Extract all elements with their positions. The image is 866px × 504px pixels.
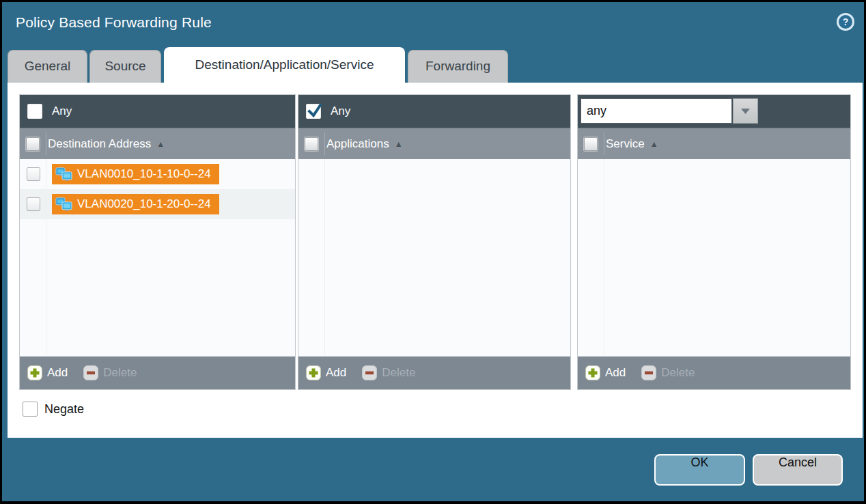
- destination-address-column-label[interactable]: Destination Address: [48, 137, 151, 151]
- help-icon[interactable]: ?: [836, 12, 855, 31]
- list-column-separator: [604, 159, 604, 356]
- applications-any-bar: Any: [298, 95, 570, 128]
- minus-icon: [83, 365, 98, 380]
- add-button[interactable]: Add: [306, 365, 346, 380]
- destination-address-item[interactable]: VLAN0020_10-1-20-0--24: [52, 194, 219, 214]
- destination-any-label: Any: [52, 104, 72, 118]
- service-dropdown: [581, 98, 758, 124]
- destination-select-all-checkbox[interactable]: [26, 137, 40, 151]
- destination-any-bar: Any: [20, 95, 295, 128]
- service-dropdown-button[interactable]: [733, 98, 758, 124]
- applications-list: [298, 159, 570, 356]
- service-list: [578, 159, 850, 356]
- applications-actions-bar: Add Delete: [298, 356, 570, 389]
- service-actions-bar: Add Delete: [578, 356, 850, 389]
- service-panel: Service ▲ Add: [577, 94, 851, 390]
- applications-any-checkbox[interactable]: [306, 104, 321, 119]
- destination-address-item[interactable]: VLAN0010_10-1-10-0--24: [52, 164, 219, 184]
- sort-ascending-icon[interactable]: ▲: [156, 139, 165, 149]
- destination-actions-bar: Add Delete: [20, 356, 295, 389]
- applications-select-all-checkbox[interactable]: [305, 137, 318, 151]
- row-checkbox[interactable]: [27, 167, 40, 181]
- minus-icon: [641, 365, 656, 380]
- service-column-header: Service ▲: [578, 128, 850, 159]
- add-button[interactable]: Add: [27, 365, 68, 380]
- check-mark-icon: [306, 102, 324, 120]
- cancel-button[interactable]: Cancel: [753, 454, 843, 486]
- negate-label: Negate: [44, 402, 84, 417]
- list-column-separator: [46, 159, 46, 356]
- network-computers-icon: [55, 197, 72, 212]
- dialog-body: Policy Based Forwarding Rule ? General S…: [2, 2, 864, 501]
- destination-list: VLAN0010_10-1-10-0--24: [20, 159, 295, 356]
- plus-icon: [585, 365, 600, 380]
- destination-address-panel: Any Destination Address ▲: [19, 94, 296, 390]
- list-column-separator: [324, 159, 325, 356]
- chevron-down-icon: [740, 108, 751, 115]
- negate-row: Negate: [23, 402, 84, 417]
- applications-column-label[interactable]: Applications: [326, 137, 389, 151]
- service-column-label[interactable]: Service: [606, 137, 645, 151]
- plus-icon: [306, 365, 321, 380]
- column-separator: [46, 132, 46, 155]
- tab-forwarding[interactable]: Forwarding: [408, 50, 508, 83]
- destination-any-checkbox[interactable]: [27, 104, 42, 119]
- column-separator: [604, 132, 604, 155]
- title-bar: Policy Based Forwarding Rule ?: [2, 2, 864, 47]
- tab-source[interactable]: Source: [89, 50, 161, 83]
- dialog-footer: OK Cancel: [2, 435, 864, 501]
- dialog-title: Policy Based Forwarding Rule: [16, 14, 212, 31]
- destination-column-header: Destination Address ▲: [20, 128, 295, 159]
- tab-content: Any Destination Address ▲: [8, 83, 863, 438]
- delete-button[interactable]: Delete: [362, 365, 415, 380]
- ok-button[interactable]: OK: [654, 454, 745, 486]
- destination-address-label: VLAN0020_10-1-20-0--24: [77, 197, 211, 211]
- service-dropdown-input[interactable]: [581, 98, 732, 124]
- minus-icon: [362, 365, 377, 380]
- destination-address-label: VLAN0010_10-1-10-0--24: [77, 167, 211, 181]
- sort-ascending-icon[interactable]: ▲: [395, 139, 403, 149]
- column-separator: [324, 132, 325, 155]
- table-row: VLAN0010_10-1-10-0--24: [20, 159, 295, 189]
- tab-destination-application-service[interactable]: Destination/Application/Service: [164, 47, 405, 84]
- table-row: VLAN0020_10-1-20-0--24: [20, 189, 295, 219]
- row-checkbox[interactable]: [27, 197, 40, 211]
- plus-icon: [27, 365, 42, 380]
- policy-based-forwarding-rule-dialog: Policy Based Forwarding Rule ? General S…: [0, 0, 866, 504]
- delete-button[interactable]: Delete: [641, 365, 695, 380]
- service-dropdown-bar: [578, 95, 850, 128]
- applications-column-header: Applications ▲: [298, 128, 570, 159]
- delete-button[interactable]: Delete: [83, 365, 137, 380]
- tab-general[interactable]: General: [8, 50, 87, 83]
- add-button[interactable]: Add: [585, 365, 626, 380]
- applications-panel: Any Applications ▲: [298, 94, 571, 390]
- svg-text:?: ?: [843, 16, 849, 27]
- service-select-all-checkbox[interactable]: [584, 137, 598, 151]
- negate-checkbox[interactable]: [23, 402, 38, 417]
- network-computers-icon: [55, 167, 72, 182]
- sort-ascending-icon[interactable]: ▲: [650, 139, 658, 149]
- applications-any-label: Any: [331, 104, 350, 118]
